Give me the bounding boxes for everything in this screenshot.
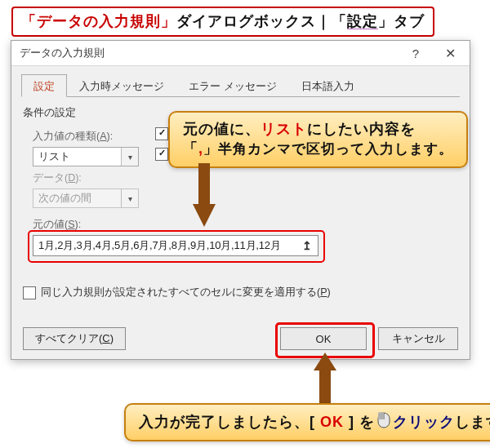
allow-select[interactable]: リスト ▾ bbox=[33, 147, 139, 166]
top-annotation: 「データの入力規則」ダイアログボックス｜「設定」タブ bbox=[11, 7, 434, 37]
close-button[interactable]: ✕ bbox=[434, 43, 466, 63]
text: ] を bbox=[344, 414, 375, 430]
source-input[interactable]: 1月,2月,3月,4月,5月,6月,7月,8月,9月,10月,11月,12月 ↥ bbox=[33, 235, 318, 256]
text: にしたい内容を bbox=[307, 121, 416, 137]
data-select: 次の値の間 ▾ bbox=[33, 189, 139, 208]
text: ): bbox=[75, 219, 82, 230]
apply-all-checkbox[interactable]: 同じ入力規則が設定されたすべてのセルに変更を適用する(P) bbox=[23, 286, 460, 299]
callout-source-hint: 元の値に、リストにしたい内容を 「,」半角カンマで区切って入力します。 bbox=[168, 111, 468, 168]
dialog-title: データの入力規則 bbox=[20, 46, 105, 60]
text: ): bbox=[107, 131, 114, 142]
source-value: 1月,2月,3月,4月,5月,6月,7月,8月,9月,10月,11月,12月 bbox=[38, 238, 281, 253]
titlebar-buttons: ? ✕ bbox=[399, 43, 466, 63]
allow-value: リスト bbox=[38, 150, 70, 164]
arrow-callout2 bbox=[309, 353, 341, 406]
help-button[interactable]: ? bbox=[399, 43, 432, 63]
clear-all-button[interactable]: すべてクリア(C) bbox=[23, 327, 126, 350]
dialog-body: 設定 入力時メッセージ エラー メッセージ 日本語入力 条件の設定 入力値の種類… bbox=[11, 66, 470, 360]
tab-error-msg[interactable]: エラー メッセージ bbox=[176, 74, 289, 97]
data-value: 次の値の間 bbox=[38, 192, 91, 206]
text: します。 bbox=[455, 414, 490, 430]
text: 」 bbox=[161, 13, 176, 29]
text: 「 bbox=[21, 13, 37, 29]
allow-label: 入力値の種類(A): bbox=[33, 130, 139, 144]
text: OK bbox=[320, 414, 344, 430]
text: S bbox=[68, 219, 74, 230]
tab-input-msg[interactable]: 入力時メッセージ bbox=[67, 74, 176, 97]
ok-button[interactable]: OK bbox=[280, 327, 367, 350]
text: 「 bbox=[183, 140, 198, 157]
chevron-down-icon: ▾ bbox=[121, 148, 138, 166]
checkbox-icon bbox=[155, 148, 168, 161]
chevron-down-icon: ▾ bbox=[121, 189, 138, 207]
dialog-button-bar: すべてクリア(C) OK キャンセル bbox=[23, 327, 458, 350]
text: ): bbox=[75, 172, 82, 184]
text: 同じ入力規則が設定されたすべてのセルに変更を適用する(P) bbox=[41, 286, 331, 299]
text: 元の値( bbox=[33, 219, 68, 230]
text: A bbox=[100, 131, 106, 142]
text: ダイアログボックス｜ bbox=[176, 13, 332, 29]
text: 入力が完了しましたら、[ bbox=[139, 414, 320, 430]
tab-settings[interactable]: 設定 bbox=[21, 74, 67, 97]
cancel-button[interactable]: キャンセル bbox=[378, 327, 458, 350]
tabstrip: 設定 入力時メッセージ エラー メッセージ 日本語入力 bbox=[21, 73, 460, 97]
text: 設定 bbox=[347, 13, 378, 29]
text: D bbox=[68, 172, 75, 184]
range-picker-icon[interactable]: ↥ bbox=[299, 238, 315, 253]
checkbox-icon bbox=[23, 286, 36, 299]
text: データ( bbox=[33, 172, 68, 184]
checkbox-icon bbox=[155, 127, 168, 140]
text: クリック bbox=[393, 414, 455, 430]
text: 元の値に、 bbox=[183, 121, 261, 137]
text: 「 bbox=[332, 13, 347, 29]
text: 」半角カンマで区切って入力します。 bbox=[203, 141, 453, 157]
source-label: 元の値(S): bbox=[33, 218, 460, 232]
mouse-icon bbox=[376, 411, 391, 429]
tab-ime[interactable]: 日本語入力 bbox=[289, 74, 367, 97]
text: 入力値の種類( bbox=[33, 131, 100, 142]
data-validation-dialog: データの入力規則 ? ✕ 設定 入力時メッセージ エラー メッセージ 日本語入力… bbox=[11, 40, 470, 360]
text: 」タブ bbox=[378, 13, 425, 29]
titlebar: データの入力規則 ? ✕ bbox=[11, 41, 470, 66]
text: データの入力規則 bbox=[37, 13, 161, 29]
text: リスト bbox=[261, 121, 307, 137]
data-label: データ(D): bbox=[33, 171, 139, 185]
callout-ok-hint: 入力が完了しましたら、[ OK ] を クリックします。 bbox=[124, 403, 490, 441]
text: すべてクリア(C) bbox=[35, 331, 114, 346]
